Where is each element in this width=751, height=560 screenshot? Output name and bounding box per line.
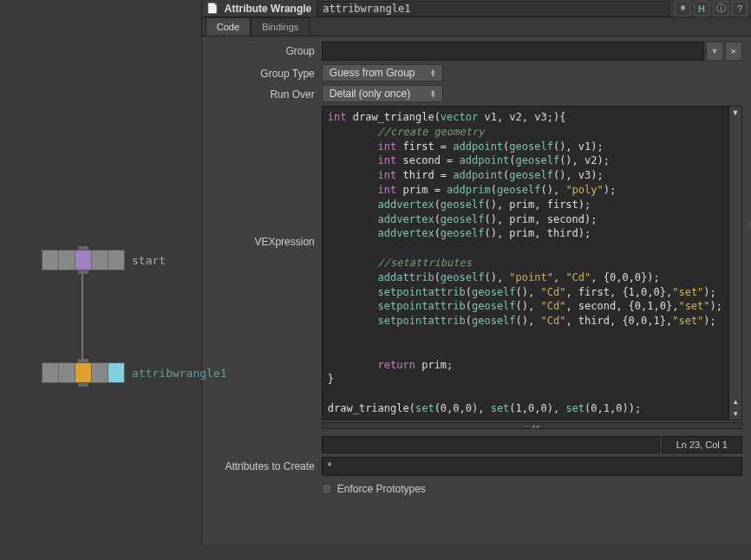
group-input[interactable] [322,42,704,61]
wire [52,270,121,362]
resize-handle-icon[interactable]: ⋮⋮ [746,222,751,236]
chevron-updown-icon: ▴▾ [431,68,435,77]
tab-code[interactable]: Code [206,17,251,36]
code-sidebar: ▼ ▴ ▾ [728,106,742,420]
help-icon[interactable]: ? [732,1,748,16]
group-type-dropdown[interactable]: Guess from Group ▴▾ [322,64,443,81]
chevron-updown-icon: ▴▾ [431,89,435,98]
run-over-dropdown[interactable]: Detail (only once) ▴▾ [322,85,443,102]
status-input[interactable] [322,436,660,453]
node-name-input[interactable] [317,1,669,16]
panel-header: 📄 Attribute Wrangle ✷ H ⓘ ? [202,0,751,17]
attrs-label: Attributes to Create [211,457,315,472]
tab-bindings[interactable]: Bindings [251,17,310,36]
gear-icon[interactable]: ✷ [675,1,690,16]
group-select-icon[interactable]: ➤ [725,42,742,61]
scroll-up-icon[interactable]: ▴ [729,395,741,407]
group-type-label: Group Type [211,64,315,80]
line-col-indicator: Ln 23, Col 1 [662,436,742,453]
vex-label: VEXpression [211,106,315,453]
tabs: Code Bindings [202,17,751,36]
houdini-icon[interactable]: H [694,1,709,16]
attrs-input[interactable] [322,457,742,476]
enforce-label: Enforce Prototypes [337,483,426,495]
group-label: Group [211,42,315,57]
expand-handle[interactable]: ⋯ ◂ ▸ [322,422,742,429]
parameter-panel: 📄 Attribute Wrangle ✷ H ⓘ ? Code Binding… [201,0,751,544]
node-start-label: start [132,254,166,267]
vex-code-editor[interactable]: int draw_triangle(vector v1, v2, v3;){ /… [322,106,728,420]
node-type-icon: 📄 [206,2,219,16]
node-start[interactable]: start [42,250,166,270]
network-view[interactable]: start attribwrangle1 [0,0,201,560]
scroll-down-icon[interactable]: ▾ [729,407,741,420]
group-dropdown-icon[interactable]: ▼ [706,42,723,61]
enforce-checkbox[interactable] [322,484,332,494]
info-icon[interactable]: ⓘ [713,1,728,16]
node-wrangle-label: attribwrangle1 [132,367,227,380]
node-attribwrangle[interactable]: attribwrangle1 [42,362,227,383]
run-over-label: Run Over [211,85,315,101]
code-dropdown-icon[interactable]: ▼ [729,107,741,119]
node-type-title: Attribute Wrangle [225,3,311,15]
